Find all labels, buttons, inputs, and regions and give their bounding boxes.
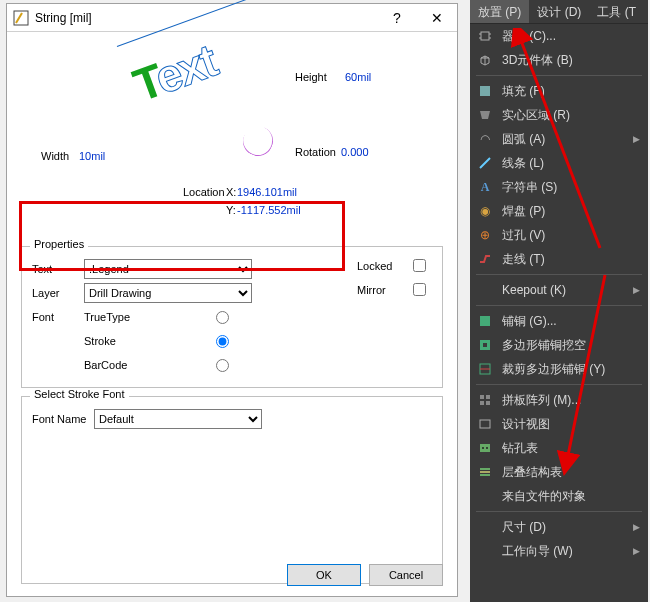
polycut-icon	[476, 336, 494, 354]
preview-area: Text Height 60mil Width 10mil Rotation 0…	[13, 36, 451, 206]
menu-item-label: 设计视图	[502, 416, 640, 433]
height-value[interactable]: 60mil	[345, 71, 371, 83]
menu-item[interactable]: 来自文件的对象	[470, 484, 648, 508]
help-button[interactable]: ?	[377, 4, 417, 32]
dialog-button-row: OK Cancel	[287, 564, 443, 586]
properties-group: Properties Text .Legend Locked Layer Dri…	[21, 246, 443, 388]
rotation-value[interactable]: 0.000	[341, 146, 369, 158]
blank-icon	[476, 281, 494, 299]
fontname-combo[interactable]: Default	[94, 409, 262, 429]
blank-icon	[476, 542, 494, 560]
svg-rect-6	[480, 86, 490, 96]
titlebar[interactable]: String [mil] ? ✕	[7, 4, 457, 32]
font-field-label: Font	[32, 311, 84, 323]
menu-item[interactable]: 裁剪多边形铺铜 (Y)	[470, 357, 648, 381]
close-button[interactable]: ✕	[417, 4, 457, 32]
width-label: Width	[41, 150, 69, 162]
layer-field-label: Layer	[32, 287, 84, 299]
menu-item-label: 来自文件的对象	[502, 488, 640, 505]
sample-text-preview: Text	[126, 33, 223, 112]
menu-item[interactable]: 层叠结构表	[470, 460, 648, 484]
menu-item-label: 填充 (F)	[502, 83, 640, 100]
location-y-value[interactable]: -1117.552mil	[237, 204, 301, 216]
menu-item-label: 线条 (L)	[502, 155, 640, 172]
svg-rect-22	[480, 471, 490, 473]
menu-item[interactable]: ⊕过孔 (V)	[470, 223, 648, 247]
svg-rect-14	[486, 395, 490, 399]
ok-button[interactable]: OK	[287, 564, 361, 586]
font-barcode-radio[interactable]	[216, 359, 229, 372]
menu-item[interactable]: 铺铜 (G)...	[470, 309, 648, 333]
text-combo[interactable]: .Legend	[84, 259, 252, 279]
locked-label: Locked	[357, 260, 401, 272]
font-stroke-label: Stroke	[84, 335, 154, 347]
width-value[interactable]: 10mil	[79, 150, 105, 162]
menu-item-label: 器件 (C)...	[502, 28, 640, 45]
menu-separator	[476, 511, 642, 512]
menu-item[interactable]: ◠圆弧 (A)▶	[470, 127, 648, 151]
menu-place[interactable]: 放置 (P)	[470, 0, 529, 23]
font-barcode-label: BarCode	[84, 359, 154, 371]
menu-item[interactable]: 钻孔表	[470, 436, 648, 460]
svg-rect-1	[481, 32, 489, 40]
menu-item[interactable]: 设计视图	[470, 412, 648, 436]
menu-item-label: 走线 (T)	[502, 251, 640, 268]
fill-icon	[476, 82, 494, 100]
menu-item[interactable]: ◉焊盘 (P)	[470, 199, 648, 223]
menubar: 放置 (P) 设计 (D) 工具 (T	[470, 0, 648, 24]
mirror-checkbox[interactable]	[413, 283, 426, 296]
menu-item[interactable]: 多边形铺铜挖空	[470, 333, 648, 357]
font-truetype-radio[interactable]	[216, 311, 229, 324]
svg-rect-16	[486, 401, 490, 405]
location-x-value[interactable]: 1946.101mil	[237, 186, 297, 198]
stack-icon	[476, 463, 494, 481]
menu-tools[interactable]: 工具 (T	[589, 0, 644, 23]
svg-rect-13	[480, 395, 484, 399]
text-icon: A	[476, 178, 494, 196]
submenu-arrow-icon: ▶	[633, 134, 640, 144]
location-x-label: X:	[226, 186, 236, 198]
menu-item-label: 3D元件体 (B)	[502, 52, 640, 69]
blank-icon	[476, 518, 494, 536]
menu-item[interactable]: Keepout (K)▶	[470, 278, 648, 302]
cancel-button[interactable]: Cancel	[369, 564, 443, 586]
arc-icon: ◠	[476, 130, 494, 148]
menu-item[interactable]: 线条 (L)	[470, 151, 648, 175]
menu-item[interactable]: A字符串 (S)	[470, 175, 648, 199]
menu-item-label: 尺寸 (D)	[502, 519, 633, 536]
font-stroke-radio[interactable]	[216, 335, 229, 348]
svg-rect-21	[480, 468, 490, 470]
menu-design[interactable]: 设计 (D)	[529, 0, 589, 23]
menu-separator	[476, 384, 642, 385]
layer-combo[interactable]: Drill Drawing	[84, 283, 252, 303]
chip-icon	[476, 27, 494, 45]
menu-item[interactable]: 尺寸 (D)▶	[470, 515, 648, 539]
properties-legend: Properties	[30, 238, 88, 250]
text-field-label: Text	[32, 263, 84, 275]
string-properties-dialog: String [mil] ? ✕ Text Height 60mil Width…	[6, 3, 458, 597]
menu-item[interactable]: 工作向导 (W)▶	[470, 539, 648, 563]
submenu-arrow-icon: ▶	[633, 285, 640, 295]
mirror-label: Mirror	[357, 284, 401, 296]
menu-item-label: 拼板阵列 (M)...	[502, 392, 640, 409]
menu-item-label: 实心区域 (R)	[502, 107, 640, 124]
submenu-arrow-icon: ▶	[633, 546, 640, 556]
menu-item[interactable]: 3D元件体 (B)	[470, 48, 648, 72]
svg-point-20	[486, 447, 488, 449]
place-menu-panel: 放置 (P) 设计 (D) 工具 (T 器件 (C)...3D元件体 (B)填充…	[470, 0, 648, 602]
track-icon	[476, 250, 494, 268]
menu-item[interactable]: 拼板阵列 (M)...	[470, 388, 648, 412]
menu-separator	[476, 305, 642, 306]
svg-rect-8	[480, 316, 490, 326]
menu-list: 器件 (C)...3D元件体 (B)填充 (F)实心区域 (R)◠圆弧 (A)▶…	[470, 24, 648, 563]
menu-separator	[476, 75, 642, 76]
svg-line-7	[480, 158, 490, 168]
menu-item[interactable]: 走线 (T)	[470, 247, 648, 271]
height-label: Height	[295, 71, 327, 83]
svg-rect-23	[480, 474, 490, 476]
menu-item[interactable]: 器件 (C)...	[470, 24, 648, 48]
locked-checkbox[interactable]	[413, 259, 426, 272]
menu-item[interactable]: 实心区域 (R)	[470, 103, 648, 127]
svg-rect-17	[480, 420, 490, 428]
menu-item[interactable]: 填充 (F)	[470, 79, 648, 103]
